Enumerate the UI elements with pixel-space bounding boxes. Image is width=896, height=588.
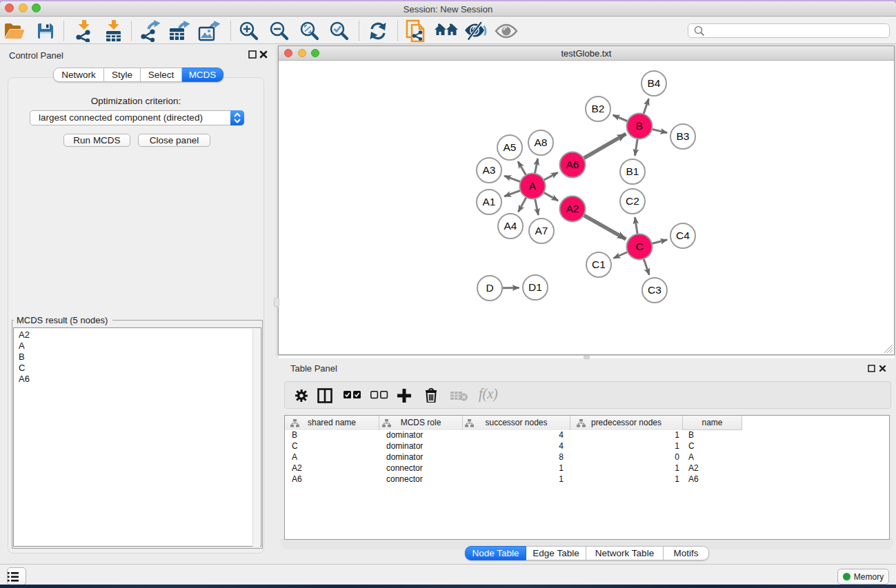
svg-text:B1: B1 [626, 165, 639, 177]
svg-text:C: C [635, 241, 643, 252]
svg-text:D: D [486, 282, 493, 294]
svg-text:C2: C2 [626, 195, 639, 207]
svg-text:A2: A2 [566, 203, 579, 214]
svg-text:C3: C3 [648, 284, 661, 296]
svg-text:A7: A7 [535, 225, 548, 236]
svg-text:B3: B3 [677, 130, 690, 142]
svg-text:B4: B4 [648, 77, 661, 89]
svg-text:A4: A4 [504, 220, 517, 232]
svg-text:A6: A6 [566, 159, 579, 170]
svg-text:C1: C1 [592, 258, 606, 270]
svg-text:A: A [529, 180, 537, 192]
svg-text:D1: D1 [528, 281, 542, 293]
svg-text:A3: A3 [483, 164, 496, 176]
svg-text:A5: A5 [504, 141, 517, 153]
svg-text:B: B [636, 120, 643, 132]
svg-text:A8: A8 [535, 136, 548, 148]
svg-text:B2: B2 [592, 103, 605, 114]
svg-text:A1: A1 [483, 196, 496, 207]
svg-text:C4: C4 [676, 230, 690, 241]
